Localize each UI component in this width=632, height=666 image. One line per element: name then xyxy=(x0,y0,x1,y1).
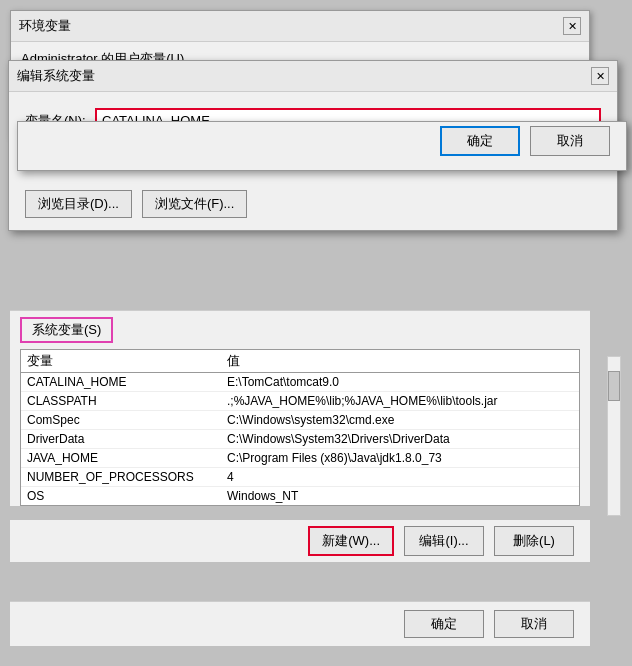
sys-var-name: DriverData xyxy=(27,432,227,446)
sys-var-val: C:\Windows\system32\cmd.exe xyxy=(227,413,573,427)
sys-var-section-label: 系统变量(S) xyxy=(20,317,113,343)
env-title-bar: 环境变量 ✕ xyxy=(11,11,589,42)
sys-col-var-header: 变量 xyxy=(27,352,227,370)
env-window-title: 环境变量 xyxy=(19,17,71,35)
scrollbar-thumb[interactable] xyxy=(608,371,620,401)
sys-var-val: .;%JAVA_HOME%\lib;%JAVA_HOME%\lib\tools.… xyxy=(227,394,573,408)
edit-close-button[interactable]: ✕ xyxy=(591,67,609,85)
edit-cancel-button[interactable]: 取消 xyxy=(530,126,610,156)
sys-var-val: E:\TomCat\tomcat9.0 xyxy=(227,375,573,389)
browse-btn-row: 浏览目录(D)... 浏览文件(F)... xyxy=(9,190,617,230)
edit-dialog: 编辑系统变量 ✕ 变量名(N): 变量值(V): 浏览目录(D)... 浏览文件… xyxy=(8,60,618,231)
action-btn-row: 新建(W)... 编辑(I)... 删除(L) xyxy=(10,520,590,562)
env-close-button[interactable]: ✕ xyxy=(563,17,581,35)
sys-var-name: ComSpec xyxy=(27,413,227,427)
bottom-confirm-button[interactable]: 确定 xyxy=(404,610,484,638)
sys-var-row[interactable]: OSWindows_NT xyxy=(21,487,579,505)
browse-dir-button[interactable]: 浏览目录(D)... xyxy=(25,190,132,218)
bottom-cancel-button[interactable]: 取消 xyxy=(494,610,574,638)
sys-var-section: 系统变量(S) 变量 值 CATALINA_HOMEE:\TomCat\tomc… xyxy=(10,310,590,506)
sys-var-row[interactable]: CLASSPATH.;%JAVA_HOME%\lib;%JAVA_HOME%\l… xyxy=(21,392,579,411)
sys-col-val-header: 值 xyxy=(227,352,573,370)
sys-var-table-header: 变量 值 xyxy=(21,350,579,373)
edit-dialog-title: 编辑系统变量 xyxy=(17,67,95,85)
bottom-btn-row: 确定 取消 xyxy=(10,601,590,646)
sys-var-name: CLASSPATH xyxy=(27,394,227,408)
edit-title-bar: 编辑系统变量 ✕ xyxy=(9,61,617,92)
sys-var-rows-container: CATALINA_HOMEE:\TomCat\tomcat9.0CLASSPAT… xyxy=(21,373,579,505)
sys-var-val: Windows_NT xyxy=(227,489,573,503)
confirm-cancel-row: 确定 取消 xyxy=(17,121,627,171)
sys-var-table: 变量 值 CATALINA_HOMEE:\TomCat\tomcat9.0CLA… xyxy=(20,349,580,506)
sys-var-scrollbar[interactable] xyxy=(607,356,621,516)
sys-var-name: CATALINA_HOME xyxy=(27,375,227,389)
sys-var-val: C:\Windows\System32\Drivers\DriverData xyxy=(227,432,573,446)
delete-sys-var-button[interactable]: 删除(L) xyxy=(494,526,574,556)
sys-var-name: OS xyxy=(27,489,227,503)
sys-var-name: JAVA_HOME xyxy=(27,451,227,465)
edit-sys-var-button[interactable]: 编辑(I)... xyxy=(404,526,484,556)
sys-var-row[interactable]: DriverDataC:\Windows\System32\Drivers\Dr… xyxy=(21,430,579,449)
new-sys-var-button[interactable]: 新建(W)... xyxy=(308,526,394,556)
sys-var-row[interactable]: ComSpecC:\Windows\system32\cmd.exe xyxy=(21,411,579,430)
browse-file-button[interactable]: 浏览文件(F)... xyxy=(142,190,247,218)
sys-var-row[interactable]: CATALINA_HOMEE:\TomCat\tomcat9.0 xyxy=(21,373,579,392)
sys-var-row[interactable]: NUMBER_OF_PROCESSORS4 xyxy=(21,468,579,487)
sys-var-row[interactable]: JAVA_HOMEC:\Program Files (x86)\Java\jdk… xyxy=(21,449,579,468)
sys-var-name: NUMBER_OF_PROCESSORS xyxy=(27,470,227,484)
sys-var-val: C:\Program Files (x86)\Java\jdk1.8.0_73 xyxy=(227,451,573,465)
edit-confirm-button[interactable]: 确定 xyxy=(440,126,520,156)
sys-var-val: 4 xyxy=(227,470,573,484)
